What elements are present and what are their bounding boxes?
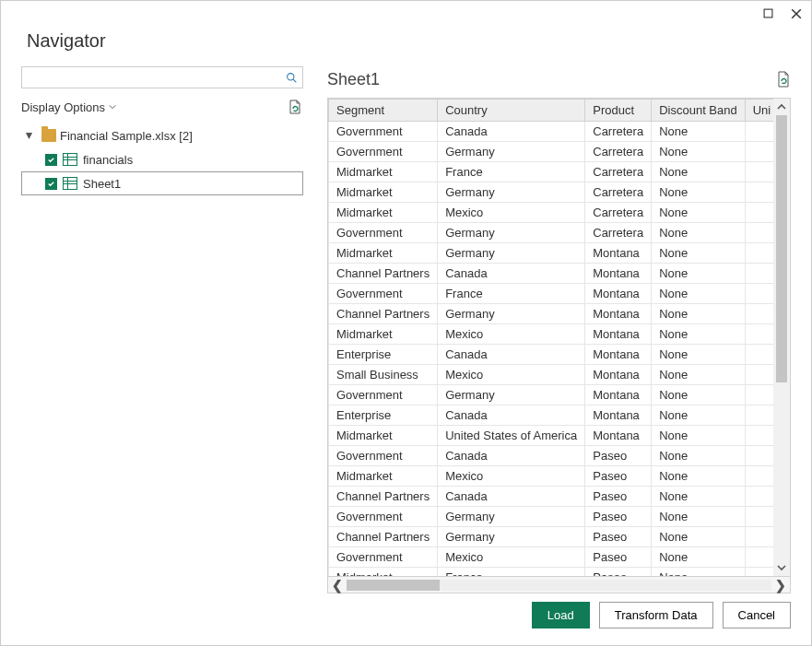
checkbox[interactable] <box>45 178 57 190</box>
transform-data-button[interactable]: Transform Data <box>599 602 713 628</box>
close-icon[interactable] <box>791 8 804 21</box>
table-cell <box>745 568 773 577</box>
table-cell: None <box>652 405 746 426</box>
table-cell: Canada <box>438 405 585 426</box>
preview-table: SegmentCountryProductDiscount BandUni Go… <box>328 99 773 576</box>
table-row[interactable]: GovernmentGermanyCarreteraNone <box>329 142 774 162</box>
table-cell <box>745 324 773 345</box>
table-row[interactable]: MidmarketGermanyMontanaNone <box>329 243 774 264</box>
table-row[interactable]: GovernmentCanadaPaseoNone <box>329 446 774 466</box>
scroll-up-icon[interactable] <box>777 102 786 112</box>
table-cell: Paseo <box>585 527 652 547</box>
table-row[interactable]: GovernmentGermanyMontanaNone <box>329 385 774 405</box>
table-row[interactable]: MidmarketMexicoMontanaNone <box>329 324 774 345</box>
table-cell <box>745 264 773 284</box>
table-row[interactable]: MidmarketFranceCarreteraNone <box>329 162 774 182</box>
chevron-down-icon <box>109 103 116 111</box>
scroll-left-icon[interactable]: ❮ <box>328 578 347 593</box>
column-header[interactable]: Product <box>585 100 652 122</box>
table-cell: Montana <box>585 405 652 426</box>
table-cell <box>745 122 773 142</box>
table-cell: Government <box>329 446 438 466</box>
table-cell: Government <box>329 507 438 527</box>
preview-refresh-icon[interactable] <box>776 71 791 88</box>
table-cell <box>745 405 773 426</box>
table-row[interactable]: EnterpriseCanadaMontanaNone <box>329 345 774 365</box>
table-cell: Enterprise <box>329 405 438 426</box>
table-row[interactable]: MidmarketMexicoPaseoNone <box>329 466 774 487</box>
table-cell: None <box>652 182 746 203</box>
table-row[interactable]: Small BusinessMexicoMontanaNone <box>329 365 774 385</box>
scroll-right-icon[interactable]: ❯ <box>771 578 790 593</box>
table-row[interactable]: GovernmentMexicoPaseoNone <box>329 547 774 568</box>
table-cell: Midmarket <box>329 324 438 345</box>
refresh-icon[interactable] <box>287 99 303 115</box>
table-cell: Government <box>329 122 438 142</box>
table-cell: None <box>652 446 746 466</box>
table-row[interactable]: Channel PartnersCanadaMontanaNone <box>329 264 774 284</box>
table-cell <box>745 203 773 223</box>
svg-point-3 <box>287 73 293 79</box>
collapse-icon[interactable] <box>25 132 38 140</box>
table-cell: Midmarket <box>329 243 438 264</box>
search-input[interactable] <box>22 67 282 88</box>
table-cell <box>745 487 773 507</box>
table-cell: Midmarket <box>329 162 438 182</box>
table-cell: United States of America <box>438 426 585 446</box>
table-row[interactable]: MidmarketFrancePaseoNone <box>329 568 774 577</box>
table-cell: Germany <box>438 223 585 243</box>
search-icon[interactable] <box>282 72 300 84</box>
svg-line-4 <box>293 79 296 82</box>
table-cell: Government <box>329 547 438 568</box>
table-icon <box>63 153 77 166</box>
table-cell: None <box>652 527 746 547</box>
table-row[interactable]: MidmarketMexicoCarreteraNone <box>329 203 774 223</box>
table-cell: Canada <box>438 345 585 365</box>
column-header[interactable]: Discount Band <box>652 100 746 122</box>
table-cell: Midmarket <box>329 466 438 487</box>
tree-file-node[interactable]: Financial Sample.xlsx [2] <box>21 123 303 147</box>
table-cell: Channel Partners <box>329 264 438 284</box>
table-cell: Mexico <box>438 365 585 385</box>
checkbox[interactable] <box>45 154 57 166</box>
table-row[interactable]: GovernmentGermanyCarreteraNone <box>329 223 774 243</box>
scroll-down-icon[interactable] <box>777 563 786 572</box>
table-cell <box>745 547 773 568</box>
preview-pane: Sheet1 SegmentCountryProductDiscount Ban… <box>327 66 791 593</box>
column-header[interactable]: Country <box>438 100 585 122</box>
table-cell: Germany <box>438 182 585 203</box>
table-row[interactable]: Channel PartnersCanadaPaseoNone <box>329 487 774 507</box>
table-cell: Montana <box>585 284 652 304</box>
tree-item-label: financials <box>83 153 133 167</box>
table-row[interactable]: Channel PartnersGermanyMontanaNone <box>329 304 774 324</box>
load-button[interactable]: Load <box>532 602 590 628</box>
column-header[interactable]: Uni <box>745 100 773 122</box>
cancel-button[interactable]: Cancel <box>723 602 791 628</box>
maximize-icon[interactable] <box>763 8 776 21</box>
tree-item[interactable]: financials <box>21 147 303 171</box>
table-cell: Canada <box>438 487 585 507</box>
table-row[interactable]: MidmarketGermanyCarreteraNone <box>329 182 774 203</box>
vertical-scroll-thumb[interactable] <box>776 115 787 382</box>
tree-item[interactable]: Sheet1 <box>21 171 303 195</box>
table-cell: France <box>438 162 585 182</box>
table-cell: Carretera <box>585 203 652 223</box>
search-input-wrap[interactable] <box>21 66 303 88</box>
table-row[interactable]: MidmarketUnited States of AmericaMontana… <box>329 426 774 446</box>
table-row[interactable]: GovernmentFranceMontanaNone <box>329 284 774 304</box>
table-cell: Montana <box>585 324 652 345</box>
vertical-scrollbar[interactable] <box>773 99 790 576</box>
table-row[interactable]: GovernmentCanadaCarreteraNone <box>329 122 774 142</box>
table-cell: Channel Partners <box>329 304 438 324</box>
column-header[interactable]: Segment <box>329 100 438 122</box>
horizontal-scroll-thumb[interactable] <box>347 580 440 591</box>
table-cell: None <box>652 466 746 487</box>
horizontal-scrollbar[interactable]: ❮ ❯ <box>327 577 791 593</box>
table-cell: Carretera <box>585 122 652 142</box>
display-options-dropdown[interactable]: Display Options <box>21 100 116 114</box>
table-row[interactable]: Channel PartnersGermanyPaseoNone <box>329 527 774 547</box>
table-row[interactable]: GovernmentGermanyPaseoNone <box>329 507 774 527</box>
table-cell: Germany <box>438 385 585 405</box>
table-row[interactable]: EnterpriseCanadaMontanaNone <box>329 405 774 426</box>
preview-title: Sheet1 <box>327 70 380 89</box>
